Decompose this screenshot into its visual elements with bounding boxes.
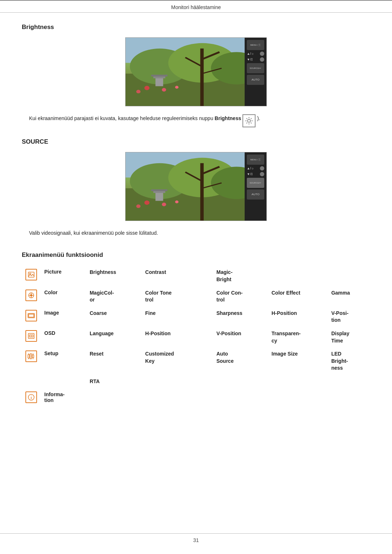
osd-icon xyxy=(25,330,37,342)
picture-item-1: Brightness xyxy=(86,266,142,286)
image-item-4: H-Position xyxy=(268,307,328,327)
svg-point-16 xyxy=(248,119,250,122)
menu-btn-2: MENU / 三 xyxy=(247,155,264,165)
monitor-side-panel-1: MENU / 三 ▲/☼ ▼/‡ SOURCE/↵ AUTO xyxy=(245,38,266,106)
up-btn-row-2: ▲/☼ xyxy=(246,166,265,171)
osd-item-1: Language xyxy=(86,327,142,347)
functions-title: Ekraanimenüü funktsioonid xyxy=(22,251,370,259)
picture-item-3: Magic-Bright xyxy=(213,266,268,286)
source-note: Valib videosignaali, kui ekraanimenüü po… xyxy=(22,229,370,237)
svg-rect-55 xyxy=(30,354,32,359)
color-item-3: Color Con-trol xyxy=(213,286,268,307)
color-item-2: Color Tonetrol xyxy=(142,286,201,307)
source-btn-1: SOURCE/↵ xyxy=(247,63,264,73)
color-label: Color xyxy=(41,286,86,307)
image-item-2: Fine xyxy=(142,307,201,327)
osd-item-4: Transparen-cy xyxy=(268,327,328,347)
svg-point-39 xyxy=(175,201,178,204)
osd-label: OSD xyxy=(41,327,86,347)
functions-table: Picture Brightness Contrast Magic-Bright xyxy=(22,266,370,406)
auto-btn-1: AUTO xyxy=(247,75,264,85)
svg-point-12 xyxy=(144,86,150,90)
down-btn-row-2: ▼/‡ xyxy=(246,172,265,176)
rta-item: RTA xyxy=(86,375,142,388)
rta-icon-cell xyxy=(22,375,41,388)
source-image-container: MENU / 三 ▲/☼ ▼/‡ SOURCE/↵ AUTO xyxy=(22,152,370,221)
image-label: Image xyxy=(41,307,86,327)
setup-item-3: AutoSource xyxy=(213,348,268,375)
brightness-title: Brightness xyxy=(22,24,370,31)
setup-icon-cell xyxy=(22,348,41,375)
svg-point-13 xyxy=(162,88,166,92)
table-row: RTA xyxy=(22,375,370,388)
color-item-5: Gamma xyxy=(328,286,370,307)
brightness-note: Kui ekraanimenüüd parajasti ei kuvata, k… xyxy=(22,114,370,127)
table-row: OSD Language H-Position V-Position Trans… xyxy=(22,327,370,347)
svg-rect-9 xyxy=(155,77,163,86)
source-title: SOURCE xyxy=(22,138,370,145)
svg-point-44 xyxy=(30,294,32,296)
svg-point-15 xyxy=(136,90,140,93)
brightness-section: Brightness xyxy=(22,24,370,127)
auto-btn-2: AUTO xyxy=(247,189,264,200)
page-footer: 31 xyxy=(0,533,392,543)
color-item-4: Color Effect xyxy=(268,286,328,307)
setup-item-1: Reset xyxy=(86,348,142,375)
brightness-monitor-image: MENU / 三 ▲/☼ ▼/‡ SOURCE/↵ AUTO xyxy=(125,37,267,106)
image-item-3: Sharpness xyxy=(213,307,268,327)
osd-icon-cell xyxy=(22,327,41,347)
menu-btn-1: MENU / 三 xyxy=(247,40,264,50)
functions-section: Ekraanimenüü funktsioonid xyxy=(22,251,370,406)
svg-point-65 xyxy=(31,395,32,396)
svg-rect-30 xyxy=(200,163,204,221)
image-icon xyxy=(25,310,37,321)
table-row: Informa-tion xyxy=(22,388,370,406)
monitor-side-panel-2: MENU / 三 ▲/☼ ▼/‡ SOURCE/↵ AUTO xyxy=(245,152,266,221)
svg-rect-56 xyxy=(32,355,34,358)
down-btn-row-1: ▼/‡ xyxy=(246,57,265,62)
brightness-note-end: ). xyxy=(257,114,260,122)
brightness-image-container: MENU / 三 ▲/☼ ▼/‡ SOURCE/↵ AUTO xyxy=(22,37,370,106)
up-btn-row-1: ▲/☼ xyxy=(246,52,265,56)
picture-item-2: Contrast xyxy=(142,266,201,286)
setup-item-2: CustomizedKey xyxy=(142,348,201,375)
color-icon xyxy=(25,290,37,301)
page-number: 31 xyxy=(193,537,199,543)
osd-item-5: DisplayTime xyxy=(328,327,370,347)
setup-item-5: LEDBright-ness xyxy=(328,348,370,375)
brightness-icon xyxy=(242,114,256,127)
svg-point-53 xyxy=(31,335,32,336)
picture-icon xyxy=(25,269,37,280)
source-section: SOURCE xyxy=(22,138,370,237)
svg-point-38 xyxy=(162,203,166,206)
table-row: Setup Reset CustomizedKey AutoSource Ima… xyxy=(22,348,370,375)
svg-point-40 xyxy=(136,204,140,208)
svg-rect-11 xyxy=(151,75,168,77)
svg-point-14 xyxy=(175,86,178,89)
picture-label: Picture xyxy=(41,266,86,286)
svg-rect-50 xyxy=(29,314,34,317)
table-row: Picture Brightness Contrast Magic-Bright xyxy=(22,266,370,286)
svg-line-24 xyxy=(246,123,247,123)
table-row: Image Coarse Fine Sharpness H-Position V… xyxy=(22,307,370,327)
monitor-scene-1: MENU / 三 ▲/☼ ▼/‡ SOURCE/↵ AUTO xyxy=(126,38,266,106)
page-header: Monitori häälestamine xyxy=(0,1,392,13)
svg-line-22 xyxy=(251,123,252,123)
information-label: Informa-tion xyxy=(41,388,86,406)
color-item-1: MagicCol-or xyxy=(86,286,142,307)
header-title: Monitori häälestamine xyxy=(171,4,221,10)
osd-item-3: V-Position xyxy=(213,327,268,347)
image-icon-cell xyxy=(22,307,41,327)
svg-rect-34 xyxy=(155,192,163,201)
page-container: Monitori häälestamine Brightness xyxy=(0,0,392,554)
image-item-5: V-Posi-tion xyxy=(328,307,370,327)
svg-point-37 xyxy=(144,201,150,205)
svg-rect-36 xyxy=(151,189,168,191)
setup-label: Setup xyxy=(41,348,86,375)
svg-line-21 xyxy=(246,118,247,119)
svg-rect-5 xyxy=(200,49,204,106)
source-btn-2: SOURCE/↵ xyxy=(247,178,264,188)
svg-rect-54 xyxy=(28,354,29,358)
osd-item-2: H-Position xyxy=(142,327,201,347)
image-item-1: Coarse xyxy=(86,307,142,327)
